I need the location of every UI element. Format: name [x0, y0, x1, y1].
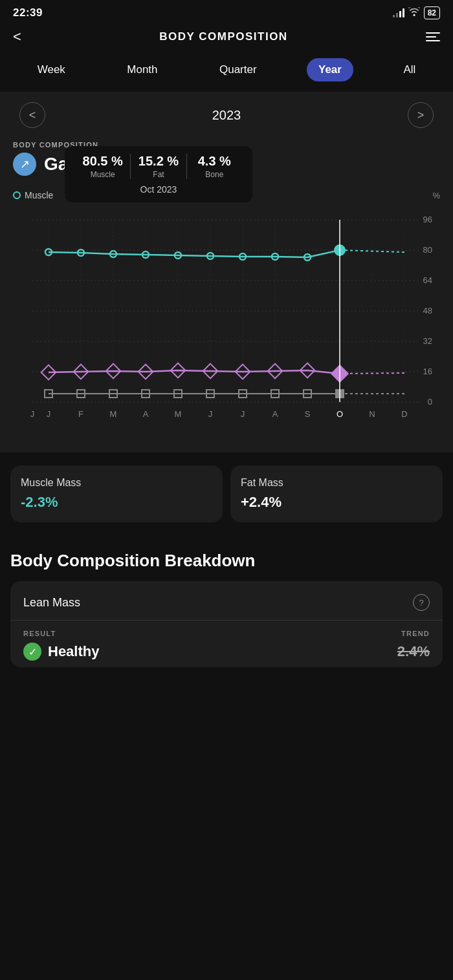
svg-text:M: M	[175, 409, 182, 419]
tooltip-values: 80.5 % Muscle 15.2 % Fat 4.3 % Bone	[75, 154, 242, 179]
healthy-checkmark-icon: ✓	[23, 643, 41, 661]
result-label: RESULT	[23, 630, 56, 637]
svg-text:J: J	[47, 409, 51, 419]
svg-text:64: 64	[423, 275, 432, 285]
muscle-mass-value: -2.3%	[21, 494, 212, 511]
fat-mass-value: +2.4%	[241, 494, 432, 511]
tooltip-bone: 4.3 % Bone	[186, 154, 242, 179]
tooltip-muscle-pct: 80.5 %	[75, 154, 130, 169]
muscle-mass-title: Muscle Mass	[21, 477, 212, 489]
data-tooltip: 80.5 % Muscle 15.2 % Fat 4.3 % Bone Oct …	[65, 146, 252, 202]
muscle-legend-dot	[13, 191, 21, 199]
tooltip-fat-label: Fat	[131, 170, 186, 179]
prev-year-button[interactable]: <	[19, 102, 45, 128]
svg-text:F: F	[78, 409, 83, 419]
divider	[10, 620, 443, 621]
tooltip-fat-pct: 15.2 %	[131, 154, 186, 169]
result-value-row: ✓ Healthy 2.4%	[23, 643, 430, 661]
status-bar: 22:39 82	[0, 0, 453, 23]
svg-text:80: 80	[423, 245, 432, 255]
header: < BODY COMPOSITION	[0, 23, 453, 56]
svg-text:D: D	[401, 409, 407, 419]
battery-icon: 82	[424, 6, 440, 19]
tab-year[interactable]: Year	[307, 58, 353, 81]
svg-text:J: J	[241, 409, 245, 419]
svg-text:16: 16	[423, 367, 432, 376]
next-year-button[interactable]: >	[408, 102, 434, 128]
result-healthy: ✓ Healthy	[23, 643, 99, 661]
svg-text:N: N	[369, 409, 375, 419]
svg-text:A: A	[143, 409, 149, 419]
page-title: BODY COMPOSITION	[159, 30, 287, 43]
svg-text:48: 48	[423, 306, 432, 315]
breakdown-section: Body Composition Breakdown Lean Mass ? R…	[0, 535, 453, 680]
tooltip-muscle-label: Muscle	[75, 170, 130, 179]
chart-section: < 2023 > BODY COMPOSITION ↗ Gaining fa 8…	[0, 92, 453, 453]
year-navigation: < 2023 >	[0, 92, 453, 138]
year-label: 2023	[212, 108, 241, 123]
body-composition-header: BODY COMPOSITION ↗ Gaining fa 80.5 % Mus…	[0, 138, 453, 187]
time-period-tabs: Week Month Quarter Year All	[0, 56, 453, 92]
breakdown-card: Lean Mass ? RESULT TREND ✓ Healthy 2.4%	[10, 581, 443, 667]
muscle-mass-card: Muscle Mass -2.3%	[10, 465, 223, 522]
svg-text:O: O	[337, 409, 343, 419]
tooltip-bone-pct: 4.3 %	[187, 154, 242, 169]
menu-button[interactable]	[426, 32, 440, 41]
trend-icon: ↗	[13, 153, 36, 176]
status-icons: 82	[393, 6, 440, 19]
svg-text:J: J	[30, 409, 35, 419]
status-row: ↗ Gaining fa 80.5 % Muscle 15.2 % Fat 4.…	[13, 153, 440, 176]
signal-bars-icon	[393, 8, 404, 17]
chart-container[interactable]: 96 80 64 48 32 16 0	[0, 207, 453, 453]
legend-muscle: Muscle	[13, 190, 53, 200]
svg-text:J: J	[208, 409, 213, 419]
svg-text:32: 32	[423, 336, 432, 346]
svg-text:96: 96	[423, 215, 432, 224]
result-trend-labels: RESULT TREND	[23, 630, 430, 637]
svg-text:0: 0	[428, 397, 432, 407]
result-value: Healthy	[48, 643, 99, 660]
tab-month[interactable]: Month	[115, 58, 169, 81]
fat-mass-title: Fat Mass	[241, 477, 432, 489]
breakdown-card-title: Lean Mass ?	[23, 594, 430, 611]
tab-all[interactable]: All	[392, 58, 427, 81]
svg-text:S: S	[305, 409, 311, 419]
tooltip-bone-label: Bone	[187, 170, 242, 179]
fat-mass-card: Fat Mass +2.4%	[230, 465, 443, 522]
body-composition-chart[interactable]: 96 80 64 48 32 16 0	[13, 207, 440, 453]
status-time: 22:39	[13, 6, 43, 19]
breakdown-title: Body Composition Breakdown	[10, 551, 443, 571]
tooltip-muscle: 80.5 % Muscle	[75, 154, 130, 179]
percent-label: %	[432, 191, 440, 200]
svg-line-37	[340, 373, 404, 374]
tooltip-date: Oct 2023	[75, 184, 242, 195]
stats-cards: Muscle Mass -2.3% Fat Mass +2.4%	[0, 453, 453, 535]
tab-week[interactable]: Week	[26, 58, 77, 81]
trend-value: 2.4%	[397, 643, 430, 660]
help-button[interactable]: ?	[413, 594, 430, 611]
trend-label: TREND	[401, 630, 430, 637]
tooltip-fat: 15.2 % Fat	[130, 154, 186, 179]
svg-text:A: A	[272, 409, 278, 419]
svg-text:M: M	[110, 409, 117, 419]
back-button[interactable]: <	[13, 28, 21, 45]
wifi-icon	[408, 7, 420, 19]
tab-quarter[interactable]: Quarter	[208, 58, 269, 81]
